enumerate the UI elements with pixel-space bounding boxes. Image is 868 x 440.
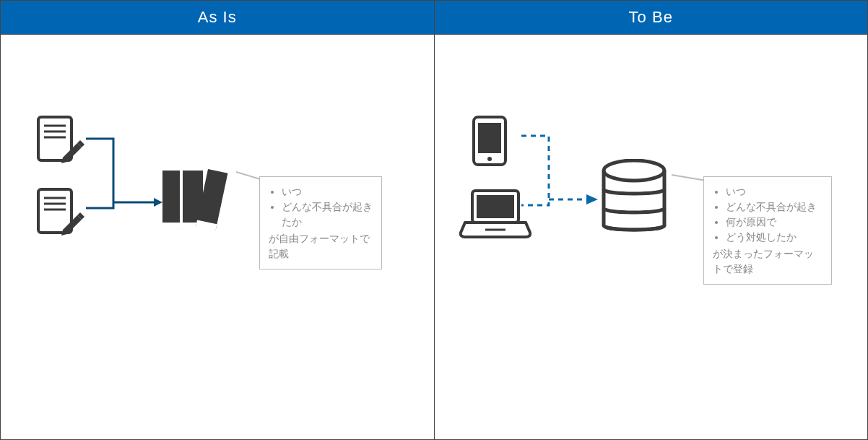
bullet-item: どんな不具合が起き bbox=[726, 199, 823, 215]
database-icon bbox=[598, 159, 670, 238]
note-to-be-bullets: いつ どんな不具合が起き 何が原因で どう対処したか bbox=[713, 184, 823, 245]
document-pen-icon bbox=[35, 114, 84, 165]
connector-line-icon bbox=[672, 172, 706, 184]
header-as-is: As Is bbox=[1, 1, 434, 35]
svg-marker-18 bbox=[586, 194, 598, 204]
body-as-is: いつ どんな不具合が起きたか が自由フォーマットで記載 bbox=[1, 35, 434, 439]
svg-line-20 bbox=[672, 175, 706, 181]
svg-rect-15 bbox=[477, 195, 514, 218]
bullet-item: いつ bbox=[726, 184, 823, 199]
bullet-item: いつ bbox=[282, 184, 373, 199]
note-tail: が決まったフォーマットで登録 bbox=[713, 246, 823, 277]
note-as-is-bullets: いつ どんな不具合が起きたか bbox=[269, 184, 373, 230]
note-as-is: いつ どんな不具合が起きたか が自由フォーマットで記載 bbox=[259, 176, 382, 269]
panel-to-be: To Be bbox=[435, 1, 868, 439]
bullet-item: どんな不具合が起きたか bbox=[282, 199, 373, 230]
phone-icon bbox=[469, 114, 514, 168]
svg-point-19 bbox=[604, 160, 664, 181]
books-icon bbox=[158, 166, 238, 238]
document-pen-icon bbox=[35, 186, 84, 237]
svg-point-13 bbox=[487, 157, 492, 161]
arrow-merge-icon bbox=[84, 136, 164, 223]
panel-as-is: As Is bbox=[1, 1, 435, 439]
arrow-dashed-merge-icon bbox=[520, 133, 599, 220]
header-to-be: To Be bbox=[435, 1, 868, 35]
note-tail: が自由フォーマットで記載 bbox=[269, 231, 373, 262]
bullet-item: どう対処したか bbox=[726, 230, 823, 245]
note-to-be: いつ どんな不具合が起き 何が原因で どう対処したか が決まったフォーマットで登… bbox=[703, 176, 832, 285]
bullet-item: 何が原因で bbox=[726, 215, 823, 230]
svg-rect-12 bbox=[478, 123, 501, 153]
diagram-container: As Is bbox=[0, 0, 868, 440]
body-to-be: いつ どんな不具合が起き 何が原因で どう対処したか が決まったフォーマットで登… bbox=[435, 35, 868, 439]
